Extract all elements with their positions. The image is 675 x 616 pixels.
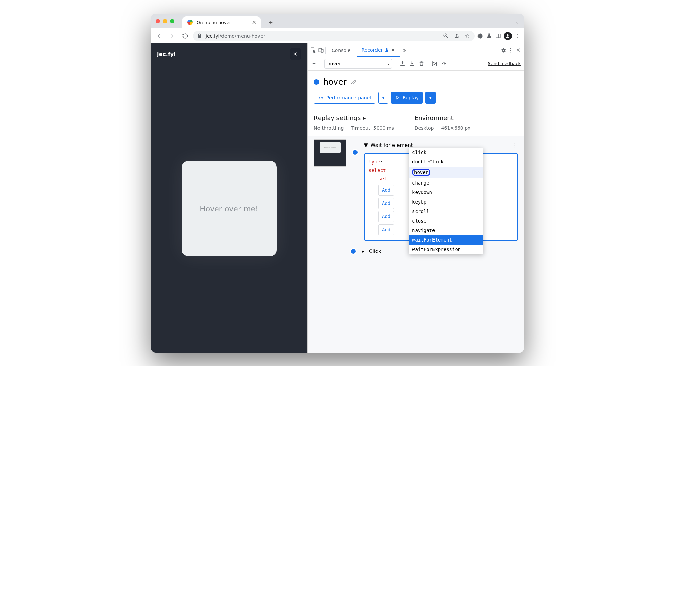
step-over-icon[interactable] bbox=[431, 61, 438, 67]
svg-point-2 bbox=[507, 34, 508, 36]
page-brand: jec.fyi bbox=[157, 51, 176, 57]
sel-key: sel bbox=[378, 176, 387, 181]
url-text: jec.fyi/demo/menu-hover bbox=[206, 33, 265, 39]
type-key: type bbox=[369, 159, 380, 165]
add-button-1[interactable]: Add bbox=[378, 185, 394, 196]
expand-step-icon[interactable]: ▼ bbox=[364, 142, 368, 148]
dropdown-option-change[interactable]: change bbox=[409, 178, 483, 188]
click-step-menu-icon[interactable]: ⋮ bbox=[510, 247, 518, 256]
step-node-icon bbox=[350, 248, 357, 255]
edit-name-icon[interactable] bbox=[351, 79, 357, 85]
extensions-icon[interactable] bbox=[477, 33, 483, 39]
recording-dot-icon bbox=[314, 79, 319, 85]
devtools-tabs: Console Recorder ✕ » ⋮ ✕ bbox=[308, 43, 524, 57]
add-button-2[interactable]: Add bbox=[378, 198, 394, 209]
browser-window: On menu hover ✕ ＋ ⌵ jec.fyi/demo/menu-ho… bbox=[151, 14, 524, 353]
zoom-out-icon[interactable] bbox=[443, 33, 449, 39]
tab-console[interactable]: Console bbox=[327, 43, 355, 57]
performance-panel-button[interactable]: Performance panel bbox=[314, 92, 375, 104]
type-dropdown[interactable]: clickdoubleClickhoverchangekeyDownkeyUps… bbox=[409, 148, 483, 254]
recording-select[interactable]: hover ⌵ bbox=[324, 59, 392, 69]
step-node-icon bbox=[352, 149, 359, 156]
dropdown-option-scroll[interactable]: scroll bbox=[409, 207, 483, 216]
devtools-menu-icon[interactable]: ⋮ bbox=[508, 47, 514, 53]
text-cursor bbox=[387, 159, 387, 165]
settings-icon[interactable] bbox=[500, 47, 506, 53]
recording-header-section: hover Performance panel ▾ Replay ▾ bbox=[308, 71, 524, 109]
chrome-menu-icon[interactable]: ⋮ bbox=[515, 33, 521, 39]
dropdown-option-waitForElement[interactable]: waitForElement bbox=[409, 235, 483, 245]
delete-icon[interactable] bbox=[418, 61, 424, 67]
window-controls bbox=[156, 19, 174, 23]
dropdown-option-waitForExpression[interactable]: waitForExpression bbox=[409, 245, 483, 254]
favicon-icon bbox=[187, 19, 193, 26]
address-bar[interactable]: jec.fyi/demo/menu-hover ☆ bbox=[193, 31, 475, 41]
profile-icon[interactable] bbox=[504, 32, 512, 40]
svg-rect-6 bbox=[321, 49, 323, 52]
labs-icon[interactable] bbox=[486, 33, 492, 39]
viewport-value: 461×660 px bbox=[441, 125, 471, 131]
hover-card-text: Hover over me! bbox=[200, 205, 258, 213]
minimize-window-button[interactable] bbox=[163, 19, 167, 23]
maximize-window-button[interactable] bbox=[170, 19, 174, 23]
settings-row: Replay settings ▸ No throttling Timeout:… bbox=[308, 109, 524, 136]
tab-title: On menu hover bbox=[197, 20, 249, 25]
close-devtools-icon[interactable]: ✕ bbox=[515, 47, 521, 53]
export-icon[interactable] bbox=[399, 61, 405, 67]
timeout-value: Timeout: 5000 ms bbox=[351, 125, 394, 131]
step-menu-icon[interactable]: ⋮ bbox=[510, 141, 518, 150]
browser-tab[interactable]: On menu hover ✕ bbox=[182, 16, 261, 28]
dropdown-option-hover[interactable]: hover bbox=[409, 167, 483, 178]
address-row: jec.fyi/demo/menu-hover ☆ ⋮ bbox=[151, 28, 524, 43]
selectors-key: select bbox=[369, 168, 386, 173]
inspect-element-icon[interactable] bbox=[310, 47, 316, 53]
send-feedback-link[interactable]: Send feedback bbox=[488, 61, 521, 66]
dropdown-option-keyDown[interactable]: keyDown bbox=[409, 188, 483, 197]
forward-button[interactable] bbox=[167, 31, 177, 41]
dropdown-option-doubleClick[interactable]: doubleClick bbox=[409, 157, 483, 167]
replay-speed-icon[interactable] bbox=[441, 61, 447, 67]
throttling-value: No throttling bbox=[314, 125, 344, 131]
new-recording-button[interactable]: ＋ bbox=[311, 61, 317, 67]
svg-rect-1 bbox=[496, 34, 500, 38]
add-button-4[interactable]: Add bbox=[378, 224, 394, 235]
step-thumbnail: Hover over me! bbox=[314, 139, 346, 167]
hover-card[interactable]: Hover over me! bbox=[182, 161, 277, 256]
chevron-down-icon: ⌵ bbox=[386, 61, 389, 66]
import-icon[interactable] bbox=[409, 61, 415, 67]
dropdown-option-navigate[interactable]: navigate bbox=[409, 226, 483, 235]
replay-dropdown[interactable]: ▾ bbox=[425, 92, 436, 104]
close-window-button[interactable] bbox=[156, 19, 160, 23]
bookmark-icon[interactable]: ☆ bbox=[464, 33, 470, 39]
page-viewport: jec.fyi Hover over me! bbox=[151, 43, 307, 353]
reload-button[interactable] bbox=[180, 31, 190, 41]
replay-button[interactable]: Replay bbox=[391, 92, 423, 104]
side-panel-icon[interactable] bbox=[495, 33, 501, 39]
dropdown-option-click[interactable]: click bbox=[409, 148, 483, 157]
close-tab-icon[interactable]: ✕ bbox=[252, 19, 256, 26]
recorder-toolbar: ＋ hover ⌵ Send feedback bbox=[308, 57, 524, 71]
back-button[interactable] bbox=[154, 31, 165, 41]
add-button-3[interactable]: Add bbox=[378, 211, 394, 222]
dropdown-option-keyUp[interactable]: keyUp bbox=[409, 197, 483, 207]
lock-icon bbox=[197, 33, 202, 38]
close-recorder-icon[interactable]: ✕ bbox=[391, 47, 395, 53]
expand-click-step-icon[interactable]: ▸ bbox=[362, 248, 364, 254]
more-tabs-icon[interactable]: » bbox=[401, 47, 407, 53]
svg-point-3 bbox=[294, 53, 296, 55]
performance-panel-dropdown[interactable]: ▾ bbox=[378, 92, 388, 104]
replay-settings-header[interactable]: Replay settings ▸ bbox=[314, 114, 394, 121]
chrome-top: On menu hover ✕ ＋ ⌵ jec.fyi/demo/menu-ho… bbox=[151, 14, 524, 43]
dropdown-option-close[interactable]: close bbox=[409, 216, 483, 226]
new-tab-button[interactable]: ＋ bbox=[267, 18, 274, 27]
devtools-panel: Console Recorder ✕ » ⋮ ✕ ＋ hover ⌵ bbox=[307, 43, 524, 353]
device-toolbar-icon[interactable] bbox=[318, 47, 324, 53]
tab-recorder[interactable]: Recorder ✕ bbox=[357, 44, 400, 57]
tabs-overflow-icon[interactable]: ⌵ bbox=[516, 19, 519, 25]
environment-header: Environment bbox=[414, 114, 471, 121]
theme-toggle-button[interactable] bbox=[290, 48, 301, 60]
steps-container: Hover over me! ▼ Wait for element ⋮ bbox=[308, 136, 524, 353]
share-icon[interactable] bbox=[454, 33, 460, 39]
recording-name: hover bbox=[323, 77, 347, 87]
device-value: Desktop bbox=[414, 125, 434, 131]
